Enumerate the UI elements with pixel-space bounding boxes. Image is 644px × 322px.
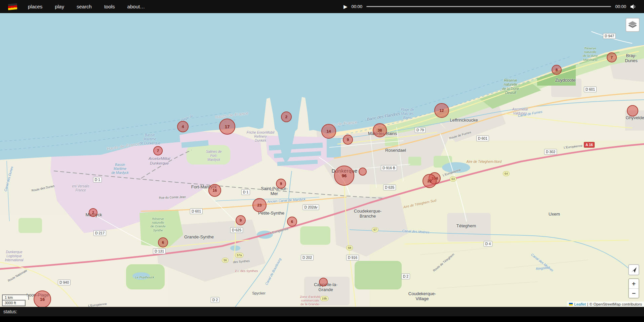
cluster-count: 17 — [225, 124, 230, 129]
map-canvas[interactable]: D 947D 601D 601D 601D 302A 16D 79D 916 B… — [0, 13, 644, 307]
menu-item-search[interactable]: search — [77, 4, 92, 9]
cluster-marker[interactable]: 4 — [177, 121, 189, 132]
cluster-marker[interactable]: 22 — [422, 174, 437, 188]
main-menu: places play search tools about… — [28, 4, 145, 9]
cluster-marker[interactable]: 2 — [281, 111, 292, 122]
cluster-count: 8 — [556, 68, 558, 72]
cluster-marker[interactable]: 14 — [321, 124, 336, 139]
top-menubar: places play search tools about… ▶ 00:00 … — [0, 0, 644, 13]
zoom-control: + − — [628, 278, 639, 298]
total-time: 00:00 — [615, 4, 626, 9]
cluster-marker[interactable] — [627, 105, 638, 117]
menu-item-tools[interactable]: tools — [104, 4, 115, 9]
cluster-marker[interactable]: 12 — [434, 103, 449, 118]
locate-control[interactable] — [628, 264, 639, 275]
ukraine-flag-icon — [569, 303, 573, 306]
cluster-marker[interactable]: 16 — [208, 184, 221, 197]
cluster-marker[interactable]: 9 — [343, 135, 353, 145]
cluster-count: 6 — [291, 220, 293, 224]
cluster-count: 7 — [157, 149, 159, 153]
map-tiles — [0, 13, 644, 307]
cluster-marker[interactable]: 7 — [607, 52, 617, 62]
cluster-count: 16 — [213, 188, 217, 192]
menu-item-play[interactable]: play — [55, 4, 64, 9]
status-bar: status: — [0, 307, 644, 316]
cluster-marker[interactable]: 2 — [89, 208, 97, 217]
cluster-count: 96 — [342, 173, 347, 178]
cluster-marker[interactable]: 7 — [153, 146, 163, 155]
cluster-count: 23 — [257, 203, 262, 207]
cluster-marker[interactable]: 38 — [373, 123, 387, 137]
speaker-icon — [630, 4, 637, 9]
attribution: Leaflet | © OpenStreetMap contributors — [567, 302, 644, 307]
bottom-strip — [0, 316, 644, 322]
cluster-marker[interactable]: 9 — [276, 179, 286, 189]
cluster-marker[interactable]: 6 — [287, 217, 297, 227]
cluster-count: 22 — [428, 179, 432, 183]
cluster-marker[interactable]: 16 — [34, 290, 51, 307]
zoom-out-button[interactable]: − — [629, 288, 639, 298]
cluster-marker[interactable] — [319, 278, 328, 286]
cluster-marker[interactable]: 9 — [236, 215, 246, 225]
cluster-marker[interactable]: 8 — [552, 65, 562, 75]
seek-slider[interactable] — [366, 6, 611, 7]
cluster-count: 38 — [378, 128, 382, 132]
cluster-marker[interactable] — [359, 168, 367, 176]
cluster-count: 2 — [92, 211, 94, 215]
german-flag-icon[interactable] — [8, 3, 17, 10]
menu-item-places[interactable]: places — [28, 4, 42, 9]
cluster-count: 14 — [327, 129, 331, 133]
cluster-count: 9 — [347, 138, 349, 142]
cluster-marker[interactable]: 17 — [219, 119, 235, 135]
cluster-count: 2 — [285, 115, 287, 119]
attribution-separator: | — [587, 302, 588, 306]
play-button[interactable]: ▶ — [344, 4, 348, 9]
cluster-count: 7 — [611, 55, 613, 59]
layers-control[interactable] — [626, 18, 640, 32]
cluster-marker[interactable]: 6 — [158, 237, 168, 247]
cluster-count: 16 — [40, 297, 45, 302]
menu-item-about[interactable]: about… — [127, 4, 145, 9]
cluster-marker[interactable]: 96 — [334, 166, 354, 186]
osm-attribution[interactable]: © OpenStreetMap contributors — [590, 302, 642, 306]
layers-icon — [628, 21, 637, 29]
audio-player: ▶ 00:00 00:00 — [344, 4, 637, 9]
locate-arrow-icon — [631, 267, 637, 273]
zoom-in-button[interactable]: + — [629, 279, 639, 288]
elapsed-time: 00:00 — [352, 4, 363, 9]
volume-icon[interactable] — [630, 4, 637, 9]
leaflet-link[interactable]: Leaflet — [574, 302, 586, 306]
cluster-count: 6 — [162, 240, 164, 244]
status-label: status: — [3, 309, 17, 314]
cluster-count: 12 — [440, 108, 444, 112]
cluster-count: 9 — [280, 182, 282, 186]
cluster-count: 4 — [182, 125, 184, 129]
cluster-count: 9 — [240, 218, 242, 222]
cluster-marker[interactable]: 23 — [252, 198, 267, 212]
